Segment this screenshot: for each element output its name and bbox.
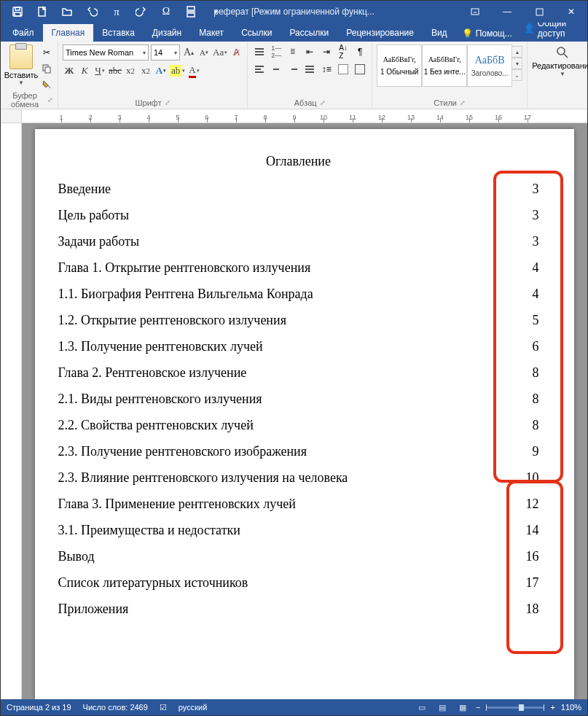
toc-row[interactable]: 2.1. Виды рентгеновского излучения8 [58, 392, 539, 405]
decrease-indent-button[interactable]: ⇤ [302, 44, 317, 59]
style-heading1[interactable]: АаБбВЗаголово... [467, 44, 512, 87]
toc-row[interactable]: Глава 2. Рентгеновское излучение8 [58, 366, 539, 379]
shading-button[interactable] [336, 62, 350, 77]
styles-dialog-launcher[interactable]: ⤢ [460, 99, 466, 106]
ribbon-tabs: Файл Главная Вставка Дизайн Макет Ссылки… [1, 23, 587, 42]
close-button[interactable]: ✕ [555, 1, 587, 23]
toc-row[interactable]: 2.3. Влияние рентгеновского излучения на… [58, 471, 539, 484]
text-effects-button[interactable]: A▾ [154, 63, 168, 78]
tab-review[interactable]: Рецензирование [337, 24, 423, 42]
align-right-button[interactable] [286, 62, 300, 77]
numbering-button[interactable]: 1—2— [269, 44, 283, 59]
tab-insert[interactable]: Вставка [93, 24, 144, 42]
toc-row[interactable]: Задачи работы3 [58, 235, 539, 248]
minimize-button[interactable]: — [491, 1, 523, 23]
subscript-button[interactable]: x2 [124, 63, 137, 78]
align-left-button[interactable] [252, 62, 267, 77]
status-words[interactable]: Число слов: 2469 [83, 703, 148, 712]
bold-button[interactable]: Ж [63, 63, 76, 78]
increase-indent-button[interactable]: ⇥ [319, 44, 334, 59]
tab-references[interactable]: Ссылки [232, 24, 281, 42]
highlight-button[interactable]: ab▾ [170, 63, 185, 78]
zoom-in-button[interactable]: + [550, 703, 554, 712]
clipboard-dialog-launcher[interactable]: ⤢ [47, 96, 53, 104]
save-button[interactable] [5, 1, 30, 23]
read-mode-button[interactable]: ▭ [415, 701, 429, 713]
superscript-button[interactable]: x2 [139, 63, 152, 78]
toc-row[interactable]: Список литературных источников17 [58, 576, 539, 589]
redo-button[interactable] [129, 1, 154, 23]
font-size-combo[interactable]: 14▾ [151, 44, 180, 61]
equation-button[interactable]: π [104, 1, 129, 23]
italic-button[interactable]: К [78, 63, 91, 78]
toc-row[interactable]: 1.2. Открытие рентгеновского излучения5 [58, 314, 539, 327]
zoom-out-button[interactable]: − [476, 703, 480, 712]
font-name-combo[interactable]: Times New Roman▾ [63, 44, 149, 61]
toc-row[interactable]: Приложения18 [58, 602, 539, 615]
strike-button[interactable]: abc [109, 63, 122, 78]
align-center-button[interactable] [269, 62, 283, 77]
toc-row[interactable]: Глава 1. Открытие рентгеновского излучен… [58, 261, 539, 274]
ruler-vertical[interactable] [1, 123, 22, 699]
tab-file[interactable]: Файл [4, 24, 43, 42]
maximize-button[interactable] [523, 1, 555, 23]
tab-mailings[interactable]: Рассылки [281, 24, 337, 42]
document-scroll[interactable]: Оглавление Введение3Цель работы3Задачи р… [21, 123, 587, 699]
tell-me[interactable]: Помощ... [476, 28, 512, 39]
paragraph-group-label: Абзац [294, 98, 317, 107]
clear-format-button[interactable]: A̷ [230, 45, 243, 60]
ruler-horizontal[interactable]: 1234567891011121314151617 [1, 109, 587, 123]
print-layout-button[interactable]: ▤ [435, 701, 450, 713]
style-no-spacing[interactable]: АаБбВвГг,1 Без инте... [422, 44, 467, 87]
toc-row[interactable]: Вывод16 [58, 550, 539, 563]
styles-gallery-expand[interactable]: ▴▾⌄ [512, 44, 522, 81]
pilcrow-button[interactable]: ¶ [353, 44, 367, 59]
font-dialog-launcher[interactable]: ⤢ [165, 99, 170, 106]
omega-button[interactable]: Ω [154, 1, 179, 23]
bullets-button[interactable] [252, 44, 267, 59]
sort-button[interactable]: A↓Z [336, 44, 350, 59]
borders-button[interactable] [353, 62, 367, 77]
tab-layout[interactable]: Макет [190, 24, 232, 42]
line-spacing-button[interactable]: ↕≡ [319, 62, 334, 77]
tab-home[interactable]: Главная [43, 24, 94, 42]
toc-row[interactable]: Цель работы3 [58, 209, 539, 222]
underline-button[interactable]: Ч▾ [93, 63, 106, 78]
toc-title: 2.2. Свойства рентгеновских лучей [58, 419, 254, 432]
zoom-slider[interactable] [486, 707, 544, 709]
ribbon-options-button[interactable] [459, 1, 491, 23]
page-break-button[interactable] [179, 1, 203, 23]
tab-design[interactable]: Дизайн [144, 24, 190, 42]
font-color-button[interactable]: A▾ [187, 63, 200, 78]
workspace: Оглавление Введение3Цель работы3Задачи р… [1, 123, 587, 699]
toc-row[interactable]: 1.3. Получение рентгеновских лучей6 [58, 340, 539, 353]
zoom-level[interactable]: 110% [561, 703, 581, 712]
status-language[interactable]: русский [179, 703, 207, 712]
paste-button[interactable]: Вставить ▼ [5, 44, 37, 86]
document-page[interactable]: Оглавление Введение3Цель работы3Задачи р… [35, 129, 574, 699]
undo-button[interactable] [79, 1, 104, 23]
toc-row[interactable]: Глава 3. Применение рентгеновских лучей1… [58, 497, 539, 510]
toc-row[interactable]: 2.2. Свойства рентгеновских лучей8 [58, 419, 539, 432]
new-doc-button[interactable] [30, 1, 55, 23]
toc-row[interactable]: 3.1. Преимущества и недостатки14 [58, 524, 539, 537]
change-case-button[interactable]: Aa▾ [213, 45, 227, 60]
toc-row[interactable]: 2.3. Получение рентгеновского изображени… [58, 445, 539, 458]
shrink-font-button[interactable]: A▾ [197, 45, 211, 60]
tab-view[interactable]: Вид [423, 24, 456, 42]
open-button[interactable] [55, 1, 79, 23]
spellcheck-icon[interactable]: ☑ [160, 703, 167, 712]
paragraph-dialog-launcher[interactable]: ⤢ [320, 99, 326, 106]
grow-font-button[interactable]: A▴ [182, 45, 195, 60]
justify-button[interactable] [302, 62, 317, 77]
toc-row[interactable]: Введение3 [58, 182, 539, 195]
copy-button[interactable] [40, 62, 53, 75]
toc-row[interactable]: 1.1. Биография Рентгена Вильгельма Конра… [58, 287, 539, 300]
style-normal[interactable]: АаБбВвГг,1 Обычный [377, 44, 422, 87]
status-page[interactable]: Страница 2 из 19 [7, 703, 71, 712]
cut-button[interactable]: ✂ [40, 46, 53, 59]
editing-button[interactable]: Редактирование ▼ [532, 43, 588, 77]
multilevel-button[interactable]: ≣ [286, 44, 300, 59]
format-painter-button[interactable] [40, 78, 53, 91]
web-layout-button[interactable]: ▦ [455, 701, 470, 713]
